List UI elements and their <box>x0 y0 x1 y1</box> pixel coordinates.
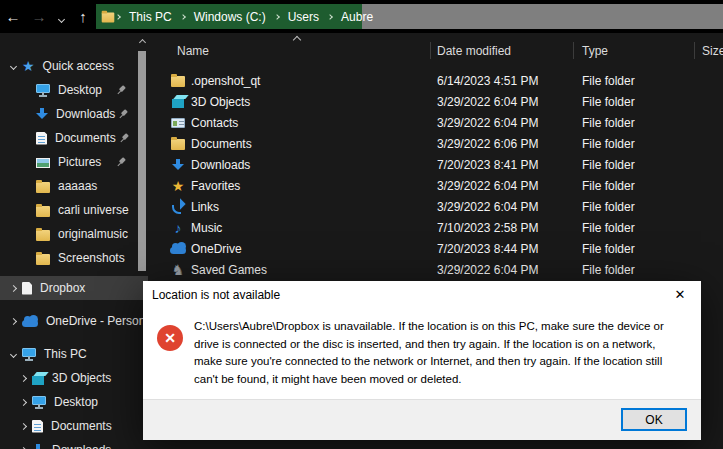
back-button[interactable]: ← <box>0 0 26 33</box>
sidebar-item-documents-pc[interactable]: Documents <box>0 414 148 438</box>
sidebar-item-label: Pictures <box>58 155 101 169</box>
onedrive-cloud-icon <box>22 320 38 327</box>
favorites-star-icon: ★ <box>172 179 185 193</box>
chevron-collapsed-icon[interactable] <box>17 400 29 405</box>
folder-icon <box>36 230 50 241</box>
quick-access-star-icon: ★ <box>22 59 35 73</box>
file-row-openshot-qt[interactable]: .openshot_qt 6/14/2023 4:51 PM File fold… <box>148 70 723 91</box>
file-name: OneDrive <box>191 242 437 256</box>
file-row-contacts[interactable]: Contacts 3/29/2022 6:04 PM File folder <box>148 112 723 133</box>
sidebar-item-quick-access[interactable]: ★ Quick access <box>0 54 148 78</box>
file-date: 7/20/2023 8:44 PM <box>437 242 582 256</box>
sidebar-item-label: Dropbox <box>40 281 85 295</box>
sidebar-item-label: aaaaas <box>58 179 97 193</box>
file-row-links[interactable]: Links 3/29/2022 6:04 PM File folder <box>148 196 723 217</box>
address-bar[interactable]: This PC Windows (C:) Users Aubre <box>96 4 723 29</box>
page-icon <box>22 282 32 295</box>
sidebar-item-onedrive[interactable]: OneDrive - Personal <box>0 309 148 333</box>
sidebar-item-3d-objects[interactable]: 3D Objects <box>0 366 148 390</box>
file-name: .openshot_qt <box>191 74 437 88</box>
file-type: File folder <box>582 221 702 235</box>
sidebar-item-aaaaas[interactable]: aaaaas <box>0 174 148 198</box>
sidebar-item-desktop-pc[interactable]: Desktop <box>0 390 148 414</box>
folder-icon <box>36 254 50 265</box>
sidebar-item-downloads[interactable]: Downloads <box>0 102 148 126</box>
file-type: File folder <box>582 95 702 109</box>
file-row-favorites[interactable]: ★ Favorites 3/29/2022 6:04 PM File folde… <box>148 175 723 196</box>
chevron-expanded-icon[interactable] <box>7 352 19 357</box>
sidebar-item-label: This PC <box>44 347 87 361</box>
sidebar-item-pictures[interactable]: Pictures <box>0 150 148 174</box>
chevron-collapsed-icon[interactable] <box>7 319 19 324</box>
recent-locations-button[interactable] <box>52 0 70 33</box>
sidebar-item-screenshots[interactable]: Screenshots <box>0 246 148 270</box>
downloads-icon <box>32 444 44 449</box>
file-row-saved-games[interactable]: ♞ Saved Games 3/29/2022 6:04 PM File fol… <box>148 259 723 280</box>
file-type: File folder <box>582 158 702 172</box>
up-button[interactable]: ↑ <box>70 0 96 33</box>
sidebar-item-downloads-pc[interactable]: Downloads <box>0 438 148 449</box>
location-not-available-dialog: Location is not available ✕ ✕ C:\Users\A… <box>143 281 701 440</box>
file-name: Favorites <box>191 179 437 193</box>
pin-icon <box>113 155 134 170</box>
documents-icon <box>32 420 43 433</box>
sidebar-item-label: Downloads <box>56 107 115 121</box>
file-date: 6/14/2023 4:51 PM <box>437 74 582 88</box>
column-header-name[interactable]: Name <box>177 44 209 58</box>
file-row-onedrive[interactable]: OneDrive 7/20/2023 8:44 PM File folder <box>148 238 723 259</box>
chevron-right-icon <box>274 14 280 20</box>
file-row-documents[interactable]: Documents 3/29/2022 6:06 PM File folder <box>148 133 723 154</box>
navigation-pane: ★ Quick access Desktop Downloads Documen… <box>0 33 148 449</box>
sidebar-item-originalmusic[interactable]: originalmusic <box>0 222 148 246</box>
file-row-downloads[interactable]: Downloads 7/20/2023 8:41 PM File folder <box>148 154 723 175</box>
breadcrumb-windows-c[interactable]: Windows (C:) <box>186 10 274 24</box>
column-header-size[interactable]: Size <box>702 44 723 58</box>
pin-icon <box>115 107 136 122</box>
file-name: Downloads <box>191 158 437 172</box>
chevron-collapsed-icon[interactable] <box>17 376 29 381</box>
scroll-up-icon[interactable] <box>137 33 147 49</box>
column-divider[interactable] <box>430 42 431 59</box>
dialog-titlebar[interactable]: Location is not available ✕ <box>143 281 701 305</box>
column-header-type[interactable]: Type <box>582 44 608 58</box>
chevron-collapsed-icon[interactable] <box>17 424 29 429</box>
breadcrumb-aubre[interactable]: Aubre <box>333 10 381 24</box>
file-type: File folder <box>582 200 702 214</box>
sidebar-item-this-pc[interactable]: This PC <box>0 342 148 366</box>
file-name: Links <box>191 200 437 214</box>
column-divider[interactable] <box>573 42 574 59</box>
pictures-icon <box>36 158 50 168</box>
breadcrumb-this-pc[interactable]: This PC <box>121 10 180 24</box>
sidebar-item-documents[interactable]: Documents <box>0 126 148 150</box>
sidebar-item-label: Downloads <box>52 443 111 449</box>
column-divider[interactable] <box>694 42 695 59</box>
desktop-icon <box>32 396 46 405</box>
file-row-3d-objects[interactable]: 3D Objects 3/29/2022 6:04 PM File folder <box>148 91 723 112</box>
documents-icon <box>36 132 47 145</box>
scrollbar-thumb[interactable] <box>138 51 146 271</box>
breadcrumb-users[interactable]: Users <box>280 10 327 24</box>
column-header-date-modified[interactable]: Date modified <box>437 44 511 58</box>
sidebar-item-dropbox[interactable]: Dropbox <box>0 276 148 300</box>
sidebar-item-carli-universe[interactable]: carli universe <box>0 198 148 222</box>
ok-button[interactable]: OK <box>621 408 687 431</box>
file-name: Documents <box>191 137 437 151</box>
file-name: 3D Objects <box>191 95 437 109</box>
file-date: 3/29/2022 6:04 PM <box>437 116 582 130</box>
folder-icon <box>36 182 50 193</box>
chevron-expanded-icon[interactable] <box>7 64 19 69</box>
3d-objects-cube-icon <box>32 376 44 385</box>
close-icon[interactable]: ✕ <box>670 286 690 304</box>
file-row-music[interactable]: ♪ Music 7/10/2023 2:58 PM File folder <box>148 217 723 238</box>
file-date: 7/20/2023 8:41 PM <box>437 158 582 172</box>
chevron-collapsed-icon[interactable] <box>7 286 19 291</box>
forward-button[interactable]: → <box>26 0 52 33</box>
dialog-footer: OK <box>143 399 701 440</box>
sidebar-item-label: Desktop <box>58 83 102 97</box>
folder-icon <box>171 139 185 150</box>
sidebar-item-desktop[interactable]: Desktop <box>0 78 148 102</box>
file-type: File folder <box>582 242 702 256</box>
file-name: Saved Games <box>191 263 437 277</box>
folder-icon <box>102 13 115 23</box>
chevron-right-icon <box>327 14 333 20</box>
